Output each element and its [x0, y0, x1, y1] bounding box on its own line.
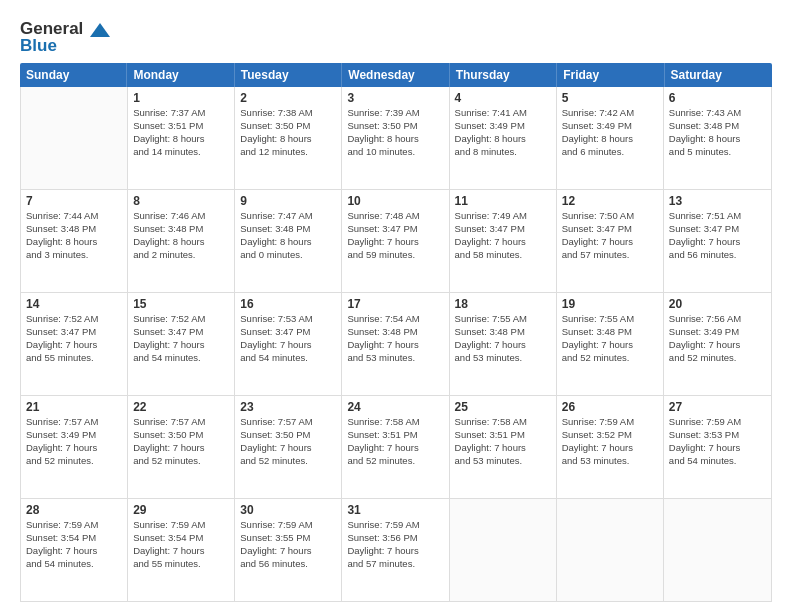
day-number: 29: [133, 503, 229, 517]
day-info: Sunrise: 7:59 AMSunset: 3:54 PMDaylight:…: [133, 519, 229, 570]
day-number: 5: [562, 91, 658, 105]
calendar-cell: 23Sunrise: 7:57 AMSunset: 3:50 PMDayligh…: [235, 396, 342, 498]
day-number: 31: [347, 503, 443, 517]
day-number: 19: [562, 297, 658, 311]
calendar-cell: 10Sunrise: 7:48 AMSunset: 3:47 PMDayligh…: [342, 190, 449, 292]
calendar-cell: 2Sunrise: 7:38 AMSunset: 3:50 PMDaylight…: [235, 87, 342, 189]
day-info: Sunrise: 7:54 AMSunset: 3:48 PMDaylight:…: [347, 313, 443, 364]
weekday-header-tuesday: Tuesday: [235, 63, 342, 87]
day-info: Sunrise: 7:59 AMSunset: 3:53 PMDaylight:…: [669, 416, 766, 467]
day-number: 3: [347, 91, 443, 105]
calendar-cell: 31Sunrise: 7:59 AMSunset: 3:56 PMDayligh…: [342, 499, 449, 601]
day-info: Sunrise: 7:55 AMSunset: 3:48 PMDaylight:…: [455, 313, 551, 364]
day-info: Sunrise: 7:55 AMSunset: 3:48 PMDaylight:…: [562, 313, 658, 364]
weekday-header-sunday: Sunday: [20, 63, 127, 87]
day-info: Sunrise: 7:58 AMSunset: 3:51 PMDaylight:…: [455, 416, 551, 467]
day-info: Sunrise: 7:48 AMSunset: 3:47 PMDaylight:…: [347, 210, 443, 261]
calendar-cell: 15Sunrise: 7:52 AMSunset: 3:47 PMDayligh…: [128, 293, 235, 395]
calendar-cell: 1Sunrise: 7:37 AMSunset: 3:51 PMDaylight…: [128, 87, 235, 189]
calendar-cell: 26Sunrise: 7:59 AMSunset: 3:52 PMDayligh…: [557, 396, 664, 498]
calendar-cell: [450, 499, 557, 601]
day-number: 30: [240, 503, 336, 517]
calendar-cell: 21Sunrise: 7:57 AMSunset: 3:49 PMDayligh…: [21, 396, 128, 498]
calendar-cell: 17Sunrise: 7:54 AMSunset: 3:48 PMDayligh…: [342, 293, 449, 395]
logo: General Blue: [20, 16, 110, 55]
day-info: Sunrise: 7:57 AMSunset: 3:50 PMDaylight:…: [240, 416, 336, 467]
calendar-cell: 4Sunrise: 7:41 AMSunset: 3:49 PMDaylight…: [450, 87, 557, 189]
calendar-week-4: 21Sunrise: 7:57 AMSunset: 3:49 PMDayligh…: [21, 396, 771, 499]
day-info: Sunrise: 7:47 AMSunset: 3:48 PMDaylight:…: [240, 210, 336, 261]
day-number: 26: [562, 400, 658, 414]
calendar-header: SundayMondayTuesdayWednesdayThursdayFrid…: [20, 63, 772, 87]
calendar-cell: 25Sunrise: 7:58 AMSunset: 3:51 PMDayligh…: [450, 396, 557, 498]
day-number: 15: [133, 297, 229, 311]
calendar-cell: 16Sunrise: 7:53 AMSunset: 3:47 PMDayligh…: [235, 293, 342, 395]
calendar-cell: 29Sunrise: 7:59 AMSunset: 3:54 PMDayligh…: [128, 499, 235, 601]
calendar-week-3: 14Sunrise: 7:52 AMSunset: 3:47 PMDayligh…: [21, 293, 771, 396]
day-info: Sunrise: 7:38 AMSunset: 3:50 PMDaylight:…: [240, 107, 336, 158]
day-number: 28: [26, 503, 122, 517]
day-number: 6: [669, 91, 766, 105]
day-info: Sunrise: 7:46 AMSunset: 3:48 PMDaylight:…: [133, 210, 229, 261]
day-number: 4: [455, 91, 551, 105]
day-number: 14: [26, 297, 122, 311]
day-info: Sunrise: 7:39 AMSunset: 3:50 PMDaylight:…: [347, 107, 443, 158]
calendar-week-1: 1Sunrise: 7:37 AMSunset: 3:51 PMDaylight…: [21, 87, 771, 190]
weekday-header-wednesday: Wednesday: [342, 63, 449, 87]
logo-blue: Blue: [20, 37, 110, 56]
day-number: 23: [240, 400, 336, 414]
page: General Blue SundayMondayTuesdayWednesda…: [0, 0, 792, 612]
calendar-week-2: 7Sunrise: 7:44 AMSunset: 3:48 PMDaylight…: [21, 190, 771, 293]
calendar-cell: 8Sunrise: 7:46 AMSunset: 3:48 PMDaylight…: [128, 190, 235, 292]
calendar-cell: 6Sunrise: 7:43 AMSunset: 3:48 PMDaylight…: [664, 87, 771, 189]
day-number: 21: [26, 400, 122, 414]
calendar-cell: 30Sunrise: 7:59 AMSunset: 3:55 PMDayligh…: [235, 499, 342, 601]
day-number: 8: [133, 194, 229, 208]
day-number: 2: [240, 91, 336, 105]
day-info: Sunrise: 7:51 AMSunset: 3:47 PMDaylight:…: [669, 210, 766, 261]
day-number: 27: [669, 400, 766, 414]
day-number: 12: [562, 194, 658, 208]
calendar-body: 1Sunrise: 7:37 AMSunset: 3:51 PMDaylight…: [20, 87, 772, 602]
day-info: Sunrise: 7:41 AMSunset: 3:49 PMDaylight:…: [455, 107, 551, 158]
day-number: 18: [455, 297, 551, 311]
calendar-cell: [664, 499, 771, 601]
weekday-header-saturday: Saturday: [665, 63, 772, 87]
day-info: Sunrise: 7:57 AMSunset: 3:50 PMDaylight:…: [133, 416, 229, 467]
calendar-week-5: 28Sunrise: 7:59 AMSunset: 3:54 PMDayligh…: [21, 499, 771, 601]
day-info: Sunrise: 7:59 AMSunset: 3:55 PMDaylight:…: [240, 519, 336, 570]
day-number: 9: [240, 194, 336, 208]
day-info: Sunrise: 7:59 AMSunset: 3:56 PMDaylight:…: [347, 519, 443, 570]
day-number: 20: [669, 297, 766, 311]
day-info: Sunrise: 7:59 AMSunset: 3:52 PMDaylight:…: [562, 416, 658, 467]
calendar-cell: 14Sunrise: 7:52 AMSunset: 3:47 PMDayligh…: [21, 293, 128, 395]
day-info: Sunrise: 7:53 AMSunset: 3:47 PMDaylight:…: [240, 313, 336, 364]
day-number: 7: [26, 194, 122, 208]
weekday-header-monday: Monday: [127, 63, 234, 87]
day-number: 22: [133, 400, 229, 414]
calendar-cell: 19Sunrise: 7:55 AMSunset: 3:48 PMDayligh…: [557, 293, 664, 395]
calendar-cell: 28Sunrise: 7:59 AMSunset: 3:54 PMDayligh…: [21, 499, 128, 601]
day-info: Sunrise: 7:50 AMSunset: 3:47 PMDaylight:…: [562, 210, 658, 261]
calendar-cell: 9Sunrise: 7:47 AMSunset: 3:48 PMDaylight…: [235, 190, 342, 292]
calendar-cell: [21, 87, 128, 189]
day-info: Sunrise: 7:49 AMSunset: 3:47 PMDaylight:…: [455, 210, 551, 261]
calendar-cell: 22Sunrise: 7:57 AMSunset: 3:50 PMDayligh…: [128, 396, 235, 498]
day-info: Sunrise: 7:43 AMSunset: 3:48 PMDaylight:…: [669, 107, 766, 158]
calendar-cell: 13Sunrise: 7:51 AMSunset: 3:47 PMDayligh…: [664, 190, 771, 292]
day-number: 25: [455, 400, 551, 414]
calendar-cell: 18Sunrise: 7:55 AMSunset: 3:48 PMDayligh…: [450, 293, 557, 395]
calendar-cell: 11Sunrise: 7:49 AMSunset: 3:47 PMDayligh…: [450, 190, 557, 292]
day-info: Sunrise: 7:42 AMSunset: 3:49 PMDaylight:…: [562, 107, 658, 158]
day-number: 10: [347, 194, 443, 208]
day-info: Sunrise: 7:58 AMSunset: 3:51 PMDaylight:…: [347, 416, 443, 467]
calendar-cell: 7Sunrise: 7:44 AMSunset: 3:48 PMDaylight…: [21, 190, 128, 292]
calendar-cell: 3Sunrise: 7:39 AMSunset: 3:50 PMDaylight…: [342, 87, 449, 189]
day-info: Sunrise: 7:56 AMSunset: 3:49 PMDaylight:…: [669, 313, 766, 364]
day-number: 13: [669, 194, 766, 208]
day-number: 1: [133, 91, 229, 105]
day-number: 24: [347, 400, 443, 414]
header: General Blue: [20, 16, 772, 55]
day-number: 11: [455, 194, 551, 208]
calendar-cell: 24Sunrise: 7:58 AMSunset: 3:51 PMDayligh…: [342, 396, 449, 498]
